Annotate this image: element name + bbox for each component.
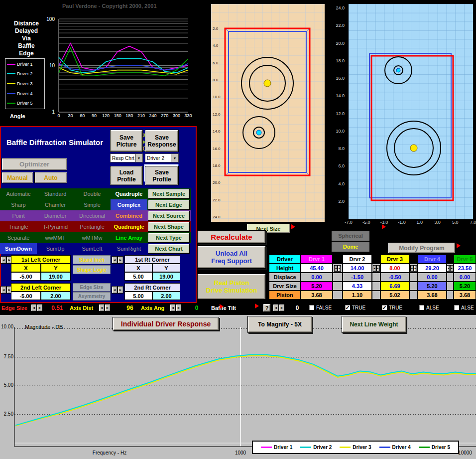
driver-header-drvr-3[interactable]: Drvr 3 [380, 255, 409, 264]
option-combined[interactable]: Combined [111, 210, 147, 221]
checkbox[interactable] [309, 305, 315, 310]
option-sumdown[interactable]: SumDown [0, 243, 37, 254]
second-right-corner-y-input[interactable]: 2.00 [152, 292, 180, 300]
cell-piston-drvr-1[interactable]: 3.68 [301, 291, 333, 300]
cell-drvr-size-drvr-5[interactable]: 5.20 [454, 282, 476, 291]
option-sumup[interactable]: SumUp [37, 243, 74, 254]
second-left-corner-x-input[interactable]: -5.00 [11, 292, 41, 300]
checkbox[interactable]: ✓ [345, 305, 351, 310]
cell-drvr-size-drvr-4[interactable]: 5.20 [418, 282, 447, 291]
chevron-down-icon[interactable]: ▼ [171, 154, 178, 162]
checkbox[interactable]: ✓ [381, 305, 387, 310]
option-automatic[interactable]: Automatic [0, 188, 37, 199]
button-next-source[interactable]: Next Source [148, 211, 190, 221]
spin-left-button[interactable]: ◄ [334, 265, 338, 272]
optimizer-button[interactable]: Optimizer [1, 158, 67, 170]
cell-displace-drvr-2[interactable]: -1.50 [343, 273, 372, 282]
edge-size-asymmetry-label-2[interactable]: Asymmetry [73, 292, 111, 301]
option-directional[interactable]: Directional [74, 210, 111, 221]
option-triangle[interactable]: Triangle [0, 221, 37, 232]
response-title-button[interactable]: Individual Driver Response [113, 317, 219, 330]
cell-displace-drvr-1[interactable]: 0.00 [301, 273, 333, 282]
driver-header-drvr-4[interactable]: Drvr 4 [418, 255, 447, 264]
option-pentangle[interactable]: Pentangle [74, 221, 111, 232]
cell-height-drvr-1[interactable]: 45.40 [301, 264, 333, 273]
option-diameter[interactable]: Diameter [37, 210, 74, 221]
option-chamfer[interactable]: Chamfer [37, 199, 74, 210]
option-wwmmt[interactable]: wwMMT [37, 232, 74, 243]
option-line-array[interactable]: Line Array [111, 232, 147, 243]
spin-left-button[interactable]: ◄ [0, 256, 6, 264]
option-sumleft[interactable]: SumLeft [74, 243, 111, 254]
cell-displace-drvr-5[interactable]: 0.00 [454, 273, 476, 282]
shape-logic-toggle[interactable]: Shape Logic [73, 265, 111, 274]
option-sharp[interactable]: Sharp [0, 199, 37, 210]
spin-right-button[interactable]: ► [118, 286, 123, 294]
stand-inch-toggle[interactable]: Stand Inch [73, 255, 111, 264]
spin-left-button[interactable]: ◄ [447, 265, 450, 272]
real-piston-button[interactable]: Real Piston Drive Simulation [197, 274, 266, 300]
first-left-corner-y-input[interactable]: 19.00 [41, 272, 71, 281]
first-right-corner-x-input[interactable]: 5.00 [124, 272, 152, 281]
option-wmtmw[interactable]: wMTMw [74, 232, 111, 243]
driver-header-drvr-1[interactable]: Drvr 1 [301, 255, 333, 264]
option-sumright[interactable]: SumRight [111, 243, 147, 254]
spin-right-button[interactable]: ► [414, 265, 417, 272]
driver-select-dropdown[interactable]: Driver 2 ▼ [145, 153, 179, 162]
dome-toggle[interactable]: Dome [332, 242, 369, 252]
option-simple[interactable]: Simple [74, 199, 111, 210]
unload-freq-support-button[interactable]: Unload All Freq Support [197, 246, 266, 269]
option-separate[interactable]: Separate [0, 232, 37, 243]
button-next-type[interactable]: Next Type [148, 233, 190, 243]
cell-height-drvr-3[interactable]: 8.00 [380, 264, 409, 273]
manual-button[interactable]: Manual [1, 172, 33, 183]
button-next-chart[interactable]: Next Chart [148, 244, 190, 254]
second-left-corner-y-input[interactable]: 2.00 [41, 292, 71, 300]
option-complex[interactable]: Complex [111, 199, 147, 210]
cell-height-drvr-4[interactable]: 29.20 [418, 264, 447, 273]
cell-displace-drvr-3[interactable]: -0.50 [380, 273, 409, 282]
edge-size-asymmetry-label-1[interactable]: Edge Size [73, 283, 111, 292]
checkbox[interactable] [419, 305, 425, 310]
magnify-button[interactable]: To Magnify - 5X [247, 316, 312, 333]
option-standard[interactable]: Standard [37, 188, 74, 199]
option-point[interactable]: Point [0, 210, 37, 221]
option-quadrangle[interactable]: Quadrangle [111, 221, 147, 232]
first-right-corner-y-input[interactable]: 19.00 [152, 272, 180, 281]
save-picture-button[interactable]: Save Picture [110, 130, 143, 152]
cell-piston-drvr-3[interactable]: 5.02 [380, 291, 409, 300]
spherical-toggle[interactable]: Spherical [332, 231, 369, 241]
checkbox[interactable] [454, 305, 460, 310]
option-double[interactable]: Double [74, 188, 111, 199]
cell-displace-drvr-4[interactable]: 0.00 [418, 273, 447, 282]
chevron-down-icon[interactable]: ▼ [135, 154, 142, 162]
option-quadruple[interactable]: Quadruple [111, 188, 147, 199]
auto-button[interactable]: Auto [34, 172, 67, 183]
spin-left-button[interactable]: ◄ [112, 256, 118, 264]
load-profile-button[interactable]: Load Profile [110, 166, 143, 185]
spin-right-button[interactable]: ► [450, 265, 454, 272]
cell-piston-drvr-4[interactable]: 3.68 [418, 291, 447, 300]
spin-left-button[interactable]: ◄ [112, 286, 118, 294]
driver-header-drvr-2[interactable]: Drvr 2 [343, 255, 372, 264]
second-right-corner-x-input[interactable]: 5.00 [124, 292, 152, 300]
response-chart-dropdown[interactable]: Resp Chrt ▼ [110, 153, 143, 162]
cell-piston-drvr-2[interactable]: 1.10 [343, 291, 372, 300]
cell-height-drvr-2[interactable]: 14.00 [343, 264, 372, 273]
spin-left-button[interactable]: ◄ [0, 286, 6, 294]
recalculate-button[interactable]: Recalculate [197, 230, 266, 244]
option-t-pyramid[interactable]: T-Pyramid [37, 221, 74, 232]
button-next-shape[interactable]: Next Shape [148, 222, 190, 232]
cell-drvr-size-drvr-1[interactable]: 5.20 [301, 282, 333, 291]
spin-right-button[interactable]: ► [338, 265, 341, 272]
cell-drvr-size-drvr-2[interactable]: 4.33 [343, 282, 372, 291]
driver-header-drvr-5[interactable]: Drvr 5 [454, 255, 476, 264]
first-left-corner-x-input[interactable]: -5.00 [11, 272, 41, 281]
spin-right-button[interactable]: ► [376, 265, 380, 272]
next-line-weight-button[interactable]: Next Line Weight [342, 316, 406, 333]
modify-program-button[interactable]: Modify Program [388, 242, 456, 254]
spin-right-button[interactable]: ► [118, 256, 123, 264]
save-response-button[interactable]: Save Response [145, 130, 179, 152]
cell-drvr-size-drvr-3[interactable]: 6.69 [380, 282, 409, 291]
button-next-sample[interactable]: Next Sample [148, 189, 190, 199]
